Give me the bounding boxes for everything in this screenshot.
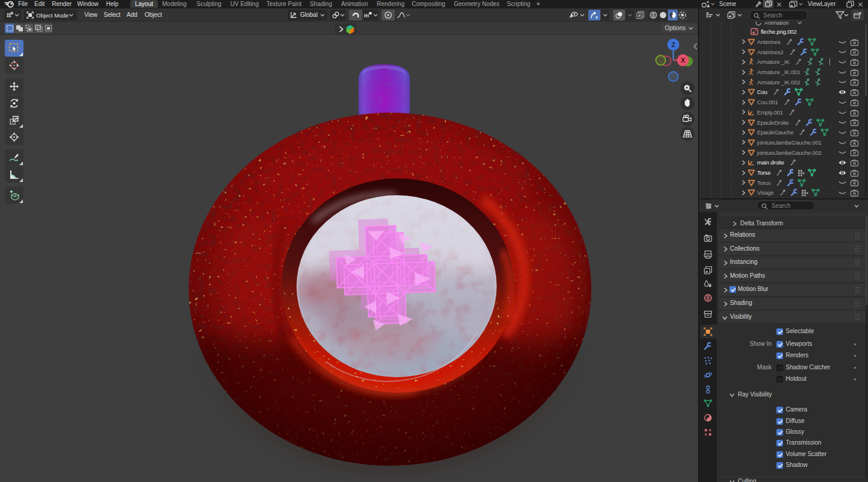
svg-text:Z: Z: [671, 41, 676, 48]
svg-text:X: X: [681, 57, 685, 64]
